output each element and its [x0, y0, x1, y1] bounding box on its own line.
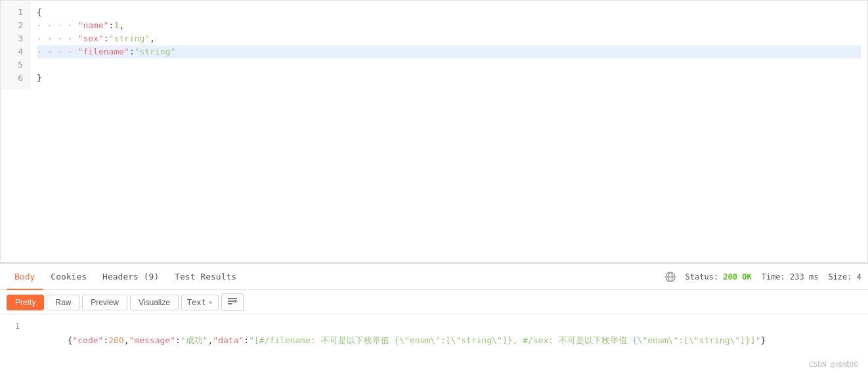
- status-bar: Status: 200 OK Time: 233 ms Size: 4: [665, 272, 861, 282]
- tab-body[interactable]: Body: [7, 264, 43, 290]
- line-num-2: 2: [1, 19, 30, 32]
- response-toolbar: Pretty Raw Preview Visualize Text ▾: [0, 290, 868, 315]
- visualize-button[interactable]: Visualize: [130, 295, 179, 310]
- tab-headers[interactable]: Headers (9): [95, 264, 167, 290]
- chevron-down-icon: ▾: [209, 299, 213, 306]
- tab-cookies[interactable]: Cookies: [43, 264, 95, 290]
- line-num-5: 5: [1, 58, 30, 72]
- response-content[interactable]: 1 {"code":200,"message":"成功","data":"[#/…: [0, 315, 868, 376]
- top-editor: 1 2 3 4 5 6 { · · · · "name":1, · · · · …: [0, 0, 868, 262]
- response-tabs-bar: Body Cookies Headers (9) Test Results St…: [0, 264, 868, 290]
- text-dropdown[interactable]: Text ▾: [181, 295, 219, 310]
- line-num-1: 1: [1, 6, 30, 19]
- line-num-4: 4: [1, 45, 30, 58]
- line-numbers-gutter: 1 2 3 4 5 6: [1, 1, 30, 90]
- preview-button[interactable]: Preview: [82, 295, 127, 310]
- pretty-button[interactable]: Pretty: [7, 295, 44, 310]
- code-line-3: · · · · "sex":"string",: [37, 32, 861, 45]
- status-code: Status: 200 OK: [685, 272, 752, 282]
- globe-icon: [665, 272, 676, 282]
- raw-button[interactable]: Raw: [47, 295, 79, 310]
- code-line-1: {: [37, 6, 861, 19]
- code-area[interactable]: { · · · · "name":1, · · · · "sex":"strin…: [30, 1, 867, 262]
- code-line-2: · · · · "name":1,: [37, 19, 861, 32]
- response-line-1: 1 {"code":200,"message":"成功","data":"[#/…: [7, 319, 861, 362]
- watermark: CSDN @倾城00: [809, 360, 858, 369]
- wrap-icon: [227, 297, 238, 306]
- response-time: Time: 233 ms: [762, 272, 819, 282]
- code-line-5: [37, 58, 861, 72]
- code-line-6: }: [37, 72, 861, 85]
- response-size: Size: 4: [828, 272, 861, 282]
- line-num-6: 6: [1, 72, 30, 85]
- tab-test-results[interactable]: Test Results: [167, 264, 244, 290]
- line-num-3: 3: [1, 32, 30, 45]
- word-wrap-button[interactable]: [221, 293, 244, 311]
- code-line-4: · · · · "filename":"string": [37, 45, 861, 58]
- bottom-panel: Body Cookies Headers (9) Test Results St…: [0, 262, 868, 376]
- response-line-num: 1: [7, 319, 20, 333]
- response-line-text: {"code":200,"message":"成功","data":"[#/fi…: [26, 319, 861, 362]
